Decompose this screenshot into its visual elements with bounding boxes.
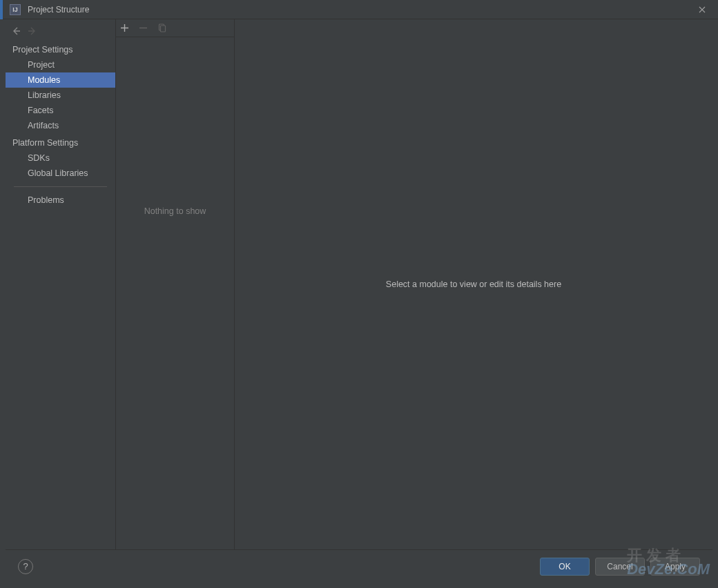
close-button[interactable] (692, 1, 712, 18)
detail-empty-text: Select a module to view or edit its deta… (386, 280, 561, 289)
ok-button[interactable]: OK (540, 558, 590, 576)
sidebar-item-global-libraries[interactable]: Global Libraries (6, 166, 115, 181)
sidebar-item-problems[interactable]: Problems (6, 193, 115, 208)
module-list-body: Nothing to show (116, 37, 234, 549)
detail-panel: Select a module to view or edit its deta… (235, 19, 712, 549)
app-icon: IJ (10, 4, 21, 15)
add-button[interactable] (120, 23, 129, 32)
cancel-button[interactable]: Cancel (595, 558, 645, 576)
main-content: Project Settings Project Modules Librari… (6, 19, 712, 549)
arrow-right-icon (28, 26, 37, 36)
copy-icon (157, 23, 166, 32)
apply-button[interactable]: Apply (650, 558, 700, 576)
svg-rect-1 (161, 26, 166, 32)
empty-list-text: Nothing to show (144, 206, 206, 216)
bottom-bar: ? OK Cancel Apply (6, 549, 712, 582)
title-bar: IJ Project Structure (0, 0, 718, 19)
section-header-platform-settings: Platform Settings (6, 133, 115, 150)
module-list-panel: Nothing to show (116, 19, 235, 549)
sidebar-item-facets[interactable]: Facets (6, 103, 115, 118)
sidebar-item-artifacts[interactable]: Artifacts (6, 118, 115, 133)
sidebar-nav (6, 22, 115, 40)
plus-icon (120, 23, 129, 32)
sidebar-item-sdks[interactable]: SDKs (6, 150, 115, 166)
window-title: Project Structure (28, 5, 692, 14)
nav-forward-button[interactable] (28, 26, 37, 36)
sidebar: Project Settings Project Modules Librari… (6, 19, 116, 549)
sidebar-item-libraries[interactable]: Libraries (6, 88, 115, 103)
help-button[interactable]: ? (18, 559, 33, 574)
remove-button[interactable] (139, 23, 148, 32)
sidebar-item-modules[interactable]: Modules (6, 72, 115, 88)
sidebar-item-project[interactable]: Project (6, 57, 115, 72)
sidebar-divider (14, 186, 107, 187)
nav-back-button[interactable] (11, 26, 21, 36)
section-header-project-settings: Project Settings (6, 40, 115, 57)
close-icon (699, 6, 706, 13)
copy-button[interactable] (157, 23, 166, 32)
arrow-left-icon (11, 26, 21, 36)
module-toolbar (116, 19, 234, 37)
window-edge (0, 0, 3, 19)
action-buttons: OK Cancel Apply (540, 558, 700, 576)
minus-icon (139, 23, 148, 32)
